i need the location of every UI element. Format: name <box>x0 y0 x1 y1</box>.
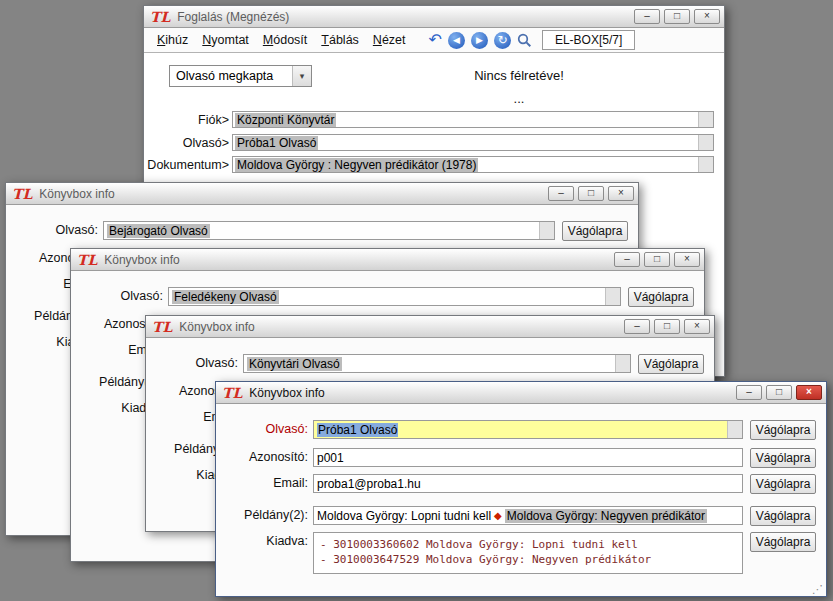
dokumentum-input[interactable]: Moldova György : Negyven prédikátor (197… <box>232 156 714 173</box>
close-button[interactable]: × <box>674 252 700 267</box>
titlebar[interactable]: TL Könyvbox info – □ × <box>146 316 714 338</box>
field-end-button[interactable] <box>698 157 713 172</box>
field-end-button[interactable] <box>605 288 620 305</box>
close-button[interactable]: × <box>694 9 720 24</box>
field-end-button[interactable] <box>698 112 713 127</box>
maximize-button[interactable]: □ <box>654 319 680 334</box>
olvaso-value: Könyvtári Olvasó <box>247 357 342 371</box>
copy-to-clipboard-button[interactable]: Vágólapra <box>750 532 816 552</box>
maximize-button[interactable]: □ <box>766 385 792 400</box>
tl-logo-icon: TL <box>12 184 32 204</box>
undo-icon[interactable]: ↶ <box>429 32 442 48</box>
azonosito-label: Azonosító: <box>226 448 313 467</box>
titlebar[interactable]: TL Könyvbox info – □ × <box>6 183 638 205</box>
menu-item-tablas[interactable]: Táblás <box>314 30 366 50</box>
olvaso-input[interactable]: Bejárogató Olvasó <box>103 221 555 240</box>
email-input[interactable]: proba1@proba1.hu <box>313 474 743 493</box>
tl-logo-icon: TL <box>77 250 97 270</box>
field-end-button[interactable] <box>539 222 554 239</box>
more-text: ... <box>484 91 554 106</box>
field-end-button[interactable] <box>727 421 742 438</box>
peldany-input[interactable]: Moldova György: Lopni tudni kell ◆ Moldo… <box>313 506 743 525</box>
copy-to-clipboard-button[interactable]: Vágólapra <box>750 474 816 494</box>
dokumentum-value: Moldova György : Negyven prédikátor (197… <box>235 158 478 172</box>
copy-to-clipboard-button[interactable]: Vágólapra <box>562 221 628 241</box>
olvaso-value: Feledékeny Olvasó <box>172 290 279 304</box>
kiadva-textarea[interactable]: - 3010003360602 Moldova György: Lopni tu… <box>313 532 743 574</box>
olvaso-label: Olvasó: <box>16 221 103 240</box>
peldany-item-1: Moldova György: Lopni tudni kell <box>317 509 491 523</box>
email-value: proba1@proba1.hu <box>317 477 421 491</box>
forward-icon[interactable]: ▶ <box>471 32 488 49</box>
peldany-label: Példány(2): <box>226 506 313 525</box>
field-row-kiadva: Kiadva: - 3010003360602 Moldova György: … <box>226 532 816 574</box>
field-row-azonosito: Azonosító: p001 Vágólapra <box>226 448 816 468</box>
maximize-button[interactable]: □ <box>664 9 690 24</box>
elbox-status[interactable]: EL-BOX[5/7] <box>542 30 635 50</box>
olvaso-label: Olvasó: <box>81 287 168 306</box>
titlebar[interactable]: TL Könyvbox info – □ × <box>71 249 704 271</box>
fiok-value: Központi Könyvtár <box>235 113 336 127</box>
back-icon[interactable]: ◀ <box>448 32 465 49</box>
refresh-icon[interactable]: ↻ <box>494 32 511 49</box>
window-title: Könyvbox info <box>104 253 614 267</box>
olvaso-input[interactable]: Próba1 Olvasó <box>232 134 714 151</box>
copy-to-clipboard-button[interactable]: Vágólapra <box>628 287 694 307</box>
resize-grip[interactable]: ⋰ <box>812 583 823 596</box>
kiadva-label: Kiadva: <box>226 532 313 551</box>
menubar: Kihúz Nyomtat Módosít Táblás Nézet ↶ ◀ ▶… <box>144 28 724 53</box>
copy-to-clipboard-button[interactable]: Vágólapra <box>638 354 704 374</box>
close-button[interactable]: × <box>796 385 822 400</box>
close-button[interactable]: × <box>608 186 634 201</box>
copy-to-clipboard-button[interactable]: Vágólapra <box>750 420 816 440</box>
olvaso-input[interactable]: Feledékeny Olvasó <box>168 287 621 306</box>
field-row-email: Email: proba1@proba1.hu Vágólapra <box>226 474 816 494</box>
desktop: TL Foglalás (Megnézés) – □ × Kihúz Nyomt… <box>0 0 833 601</box>
close-button[interactable]: × <box>684 319 710 334</box>
minimize-button[interactable]: – <box>614 252 640 267</box>
chevron-down-icon[interactable]: ▾ <box>292 66 311 86</box>
olvaso-value: Bejárogató Olvasó <box>107 224 210 238</box>
copy-to-clipboard-button[interactable]: Vágólapra <box>750 506 816 526</box>
field-row-dokumentum: Dokumentum> Moldova György : Negyven pré… <box>144 156 714 173</box>
maximize-button[interactable]: □ <box>644 252 670 267</box>
titlebar[interactable]: TL Könyvbox info – □ × <box>216 382 826 404</box>
window-title: Könyvbox info <box>39 187 548 201</box>
field-row-olvaso: Olvasó> Próba1 Olvasó <box>144 134 714 151</box>
olvaso-label: Olvasó: <box>156 354 243 373</box>
menu-item-nyomtat[interactable]: Nyomtat <box>195 30 256 50</box>
olvaso-input[interactable]: Próba1 Olvasó <box>313 420 743 439</box>
kiadva-line: - 3010003647529 Moldova György: Negyven … <box>320 552 651 567</box>
titlebar[interactable]: TL Foglalás (Megnézés) – □ × <box>144 6 724 28</box>
peldany-item-2-selected: Moldova György: Negyven prédikátor <box>505 509 707 523</box>
olvaso-value: Próba1 Olvasó <box>235 136 318 150</box>
tl-logo-icon: TL <box>150 7 170 27</box>
window-title: Foglalás (Megnézés) <box>177 10 634 24</box>
minimize-button[interactable]: – <box>548 186 574 201</box>
reader-status-dropdown[interactable]: Olvasó megkapta ▾ <box>169 65 312 87</box>
olvaso-value-selected: Próba1 Olvasó <box>317 423 398 437</box>
minimize-button[interactable]: – <box>624 319 650 334</box>
email-label: Email: <box>226 474 313 493</box>
maximize-button[interactable]: □ <box>578 186 604 201</box>
menu-item-nezet[interactable]: Nézet <box>366 30 413 50</box>
field-end-button[interactable] <box>615 355 630 372</box>
tl-logo-icon: TL <box>222 383 242 403</box>
dokumentum-label: Dokumentum> <box>144 158 229 172</box>
azonosito-value: p001 <box>317 451 344 465</box>
minimize-button[interactable]: – <box>634 9 660 24</box>
window-title: Könyvbox info <box>249 386 736 400</box>
field-row-olvaso: Olvasó: Könyvtári Olvasó Vágólapra <box>156 354 704 374</box>
olvaso-input[interactable]: Könyvtári Olvasó <box>243 354 631 373</box>
fiok-input[interactable]: Központi Könyvtár <box>232 111 714 128</box>
toolbar: ↶ ◀ ▶ ↻ EL-BOX[5/7] <box>429 30 636 50</box>
minimize-button[interactable]: – <box>736 385 762 400</box>
menu-item-modosit[interactable]: Módosít <box>256 30 314 50</box>
field-row-olvaso: Olvasó: Próba1 Olvasó Vágólapra <box>226 420 816 440</box>
copy-to-clipboard-button[interactable]: Vágólapra <box>750 448 816 468</box>
menu-item-kihuz[interactable]: Kihúz <box>150 30 195 50</box>
dropdown-value: Olvasó megkapta <box>176 69 273 83</box>
field-end-button[interactable] <box>698 135 713 150</box>
azonosito-input[interactable]: p001 <box>313 448 743 467</box>
search-icon[interactable] <box>517 33 532 48</box>
